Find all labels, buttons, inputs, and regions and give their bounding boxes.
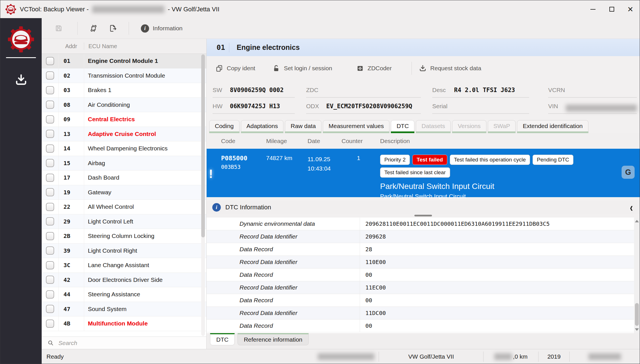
test-failed-cycle-badge: Test failed this operation cycle xyxy=(450,155,530,165)
dtc-description: Priority 2 Test failed Test failed this … xyxy=(376,155,616,200)
info-icon: i xyxy=(212,203,221,212)
ecu-addr: 15 xyxy=(58,156,84,171)
row-checkbox[interactable] xyxy=(46,203,54,211)
row-checkbox[interactable] xyxy=(46,86,54,94)
tab-adaptations[interactable]: Adaptations xyxy=(241,120,284,131)
ecu-row[interactable]: 17 Dash Board xyxy=(42,171,206,185)
close-button[interactable]: ✕ xyxy=(621,0,640,18)
set-login-session-button[interactable]: Set login / session xyxy=(272,65,332,72)
row-checkbox[interactable] xyxy=(46,57,54,65)
ecu-row[interactable]: 19 Gateway xyxy=(42,185,206,200)
download-backup-icon[interactable] xyxy=(14,73,28,87)
toolbar-divider xyxy=(77,22,78,35)
row-checkbox[interactable] xyxy=(46,320,54,328)
row-checkbox[interactable] xyxy=(46,261,54,269)
window-controls: ✕ xyxy=(584,0,640,18)
export-button[interactable] xyxy=(109,24,117,32)
ecu-row[interactable]: 01 Engine Control Module 1 xyxy=(42,54,206,69)
window-title-prefix: VCTool: Backup Viewer - xyxy=(20,6,89,13)
ecu-row[interactable]: 13 Adaptive Cruise Control xyxy=(42,127,206,142)
ecu-row[interactable]: 02 Transmission Control Module xyxy=(42,69,206,83)
bottom-tab-reference-information[interactable]: Reference information xyxy=(238,333,309,345)
column-header-counter: Counter xyxy=(342,138,376,144)
ecu-row[interactable]: 15 Airbag xyxy=(42,156,206,171)
collapse-chevron-icon[interactable]: ‹ xyxy=(630,201,633,213)
ecu-row[interactable]: 14 Wheel Dampening Electronics xyxy=(42,141,206,156)
odx-value: EV_ECM20TFS0208V0906259Q xyxy=(326,103,412,110)
row-checkbox[interactable] xyxy=(46,276,54,284)
export-file-icon xyxy=(109,24,117,32)
dtc-datetime: 11.09.25 10:43:04 xyxy=(308,155,342,173)
panel-splitter[interactable] xyxy=(207,214,640,218)
tab-extended-identification[interactable]: Extended identification xyxy=(517,120,588,131)
zdc-label: ZDC xyxy=(306,87,323,93)
ecu-row[interactable]: 09 Central Electrics xyxy=(42,112,206,127)
redacted-vin-title xyxy=(92,6,164,13)
info-table-scrollbar[interactable] xyxy=(634,218,640,333)
ecu-name: Multifunction Module xyxy=(84,316,206,331)
scrollbar-thumb[interactable] xyxy=(201,54,205,237)
tab-raw-data[interactable]: Raw data xyxy=(285,120,321,131)
request-stock-data-button[interactable]: Request stock data xyxy=(419,65,481,72)
row-checkbox[interactable] xyxy=(46,174,54,182)
ecu-row[interactable]: 3C Lane Change Assistant xyxy=(42,258,206,273)
ecu-row[interactable]: 29 Light Control Left xyxy=(42,214,206,229)
ecu-row[interactable]: 44 Steering Assistance xyxy=(42,287,206,302)
ecu-addr: 44 xyxy=(58,287,84,302)
scroll-down-icon[interactable] xyxy=(635,328,639,331)
row-checkbox[interactable] xyxy=(46,115,54,124)
row-checkbox[interactable] xyxy=(46,101,54,109)
maximize-button[interactable] xyxy=(602,0,621,18)
bottom-tab-dtc[interactable]: DTC xyxy=(210,333,235,345)
priority-badge: Priority 2 xyxy=(380,155,410,165)
tab-dtc[interactable]: DTC xyxy=(391,120,414,131)
tab-coding[interactable]: Coding xyxy=(209,120,240,131)
status-year: 2019 xyxy=(539,349,569,364)
copy-ident-button[interactable]: Copy ident xyxy=(215,65,255,72)
row-checkbox[interactable] xyxy=(46,71,54,80)
ecu-list-scrollbar[interactable] xyxy=(201,54,205,336)
row-checkbox[interactable] xyxy=(46,144,54,153)
dtc-row-selected[interactable]: ! P085000 003B53 74827 km 11.09.25 10:43… xyxy=(207,149,640,197)
ecu-row[interactable]: 4B Multifunction Module xyxy=(42,316,206,331)
titlebar: VCTool: Backup Viewer - - VW Golf/Jetta … xyxy=(0,0,640,18)
google-search-button[interactable]: G xyxy=(622,166,635,179)
row-checkbox[interactable] xyxy=(46,232,54,240)
column-header-ecu-name: ECU Name xyxy=(88,43,117,50)
scrollbar-thumb[interactable] xyxy=(635,303,639,326)
ecu-row[interactable]: 22 All Wheel Control xyxy=(42,200,206,214)
dtc-time: 10:43:04 xyxy=(308,164,342,173)
row-checkbox[interactable] xyxy=(46,290,54,299)
ecu-row[interactable]: 42 Door Electronics Driver Side xyxy=(42,273,206,288)
ecu-row[interactable]: 2B Steering Column Locking xyxy=(42,229,206,244)
ecu-row[interactable]: 39 Light Control Right xyxy=(42,244,206,258)
row-checkbox[interactable] xyxy=(46,130,54,138)
minimize-button[interactable] xyxy=(584,0,602,18)
vin-field: VIN xyxy=(548,101,637,114)
search-input[interactable] xyxy=(58,339,180,347)
ecu-row[interactable]: 47 Sound System xyxy=(42,302,206,317)
zdcoder-button[interactable]: ZDCoder xyxy=(356,65,392,72)
row-checkbox[interactable] xyxy=(46,159,54,167)
tab-measurement-values[interactable]: Measurement values xyxy=(323,120,389,131)
app-window: VCTool: Backup Viewer - - VW Golf/Jetta … xyxy=(0,0,640,364)
info-icon: i xyxy=(141,24,149,33)
row-checkbox[interactable] xyxy=(46,246,54,255)
row-checkbox[interactable] xyxy=(46,188,54,196)
row-checkbox[interactable] xyxy=(46,305,54,313)
compare-button[interactable] xyxy=(90,24,98,32)
ecu-addr: 29 xyxy=(58,214,84,229)
ecu-name: Adaptive Cruise Control xyxy=(84,127,206,141)
header-divider xyxy=(84,42,84,50)
information-button[interactable]: i Information xyxy=(141,24,183,33)
row-checkbox[interactable] xyxy=(46,217,54,225)
column-header-date: Date xyxy=(308,138,342,144)
ecu-row[interactable]: 08 Air Conditioning xyxy=(42,98,206,112)
splitter-handle-icon[interactable] xyxy=(414,215,432,216)
hw-value: 06K907425J H13 xyxy=(230,103,280,110)
ecu-row[interactable]: 03 Brakes 1 xyxy=(42,83,206,98)
scroll-up-icon[interactable] xyxy=(635,220,639,222)
vcrn-field: VCRN xyxy=(548,85,637,98)
copy-ident-label: Copy ident xyxy=(227,65,255,72)
ecu-addr: 13 xyxy=(58,127,84,141)
